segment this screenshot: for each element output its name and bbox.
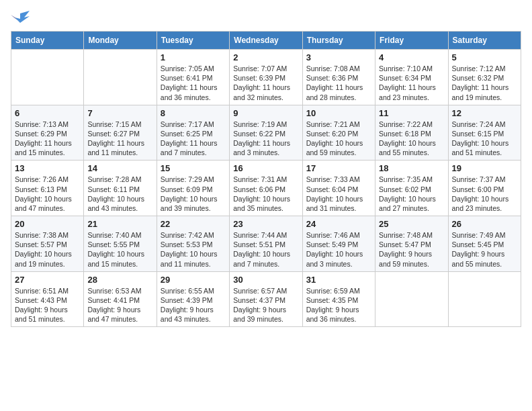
calendar-cell: 21Sunrise: 7:40 AM Sunset: 5:55 PM Dayli… xyxy=(84,216,157,272)
calendar-cell: 17Sunrise: 7:33 AM Sunset: 6:04 PM Dayli… xyxy=(302,161,375,216)
day-detail: Sunrise: 7:49 AM Sunset: 5:45 PM Dayligh… xyxy=(452,230,517,269)
calendar-week-row: 27Sunrise: 6:51 AM Sunset: 4:43 PM Dayli… xyxy=(11,271,521,327)
calendar-cell: 22Sunrise: 7:42 AM Sunset: 5:53 PM Dayli… xyxy=(157,216,229,272)
day-number: 14 xyxy=(87,163,152,173)
calendar-week-row: 6Sunrise: 7:13 AM Sunset: 6:29 PM Daylig… xyxy=(11,105,521,161)
weekday-header-cell: Friday xyxy=(375,32,448,50)
calendar-table: SundayMondayTuesdayWednesdayThursdayFrid… xyxy=(11,31,521,327)
day-detail: Sunrise: 7:31 AM Sunset: 6:06 PM Dayligh… xyxy=(233,175,298,213)
day-detail: Sunrise: 7:29 AM Sunset: 6:09 PM Dayligh… xyxy=(161,175,226,213)
day-detail: Sunrise: 7:21 AM Sunset: 6:20 PM Dayligh… xyxy=(306,120,371,158)
weekday-header-cell: Monday xyxy=(84,32,157,50)
calendar-cell: 3Sunrise: 7:08 AM Sunset: 6:36 PM Daylig… xyxy=(302,50,375,105)
calendar-cell: 11Sunrise: 7:22 AM Sunset: 6:18 PM Dayli… xyxy=(375,105,448,161)
calendar-week-row: 20Sunrise: 7:38 AM Sunset: 5:57 PM Dayli… xyxy=(11,216,521,272)
day-detail: Sunrise: 7:35 AM Sunset: 6:02 PM Dayligh… xyxy=(379,175,444,213)
day-detail: Sunrise: 6:51 AM Sunset: 4:43 PM Dayligh… xyxy=(15,286,80,324)
day-number: 12 xyxy=(452,108,517,118)
calendar-cell xyxy=(375,271,448,327)
day-number: 28 xyxy=(87,275,152,285)
day-number: 21 xyxy=(87,219,152,229)
calendar-week-row: 1Sunrise: 7:05 AM Sunset: 6:41 PM Daylig… xyxy=(11,50,521,105)
calendar-cell: 30Sunrise: 6:57 AM Sunset: 4:37 PM Dayli… xyxy=(230,271,302,327)
day-number: 1 xyxy=(161,52,226,62)
day-detail: Sunrise: 7:13 AM Sunset: 6:29 PM Dayligh… xyxy=(15,120,80,158)
day-detail: Sunrise: 7:40 AM Sunset: 5:55 PM Dayligh… xyxy=(87,230,152,269)
calendar-cell: 6Sunrise: 7:13 AM Sunset: 6:29 PM Daylig… xyxy=(11,105,84,161)
weekday-header-row: SundayMondayTuesdayWednesdayThursdayFrid… xyxy=(11,32,521,50)
day-number: 22 xyxy=(161,219,226,229)
day-detail: Sunrise: 6:53 AM Sunset: 4:41 PM Dayligh… xyxy=(87,286,152,324)
day-detail: Sunrise: 7:38 AM Sunset: 5:57 PM Dayligh… xyxy=(15,230,80,269)
calendar-cell: 12Sunrise: 7:24 AM Sunset: 6:15 PM Dayli… xyxy=(448,105,521,161)
calendar-cell xyxy=(11,50,84,105)
day-detail: Sunrise: 7:37 AM Sunset: 6:00 PM Dayligh… xyxy=(452,175,517,213)
day-detail: Sunrise: 7:15 AM Sunset: 6:27 PM Dayligh… xyxy=(87,120,152,158)
day-detail: Sunrise: 7:12 AM Sunset: 6:32 PM Dayligh… xyxy=(452,64,517,102)
calendar-cell xyxy=(84,50,157,105)
calendar-cell: 27Sunrise: 6:51 AM Sunset: 4:43 PM Dayli… xyxy=(11,271,84,327)
calendar-cell: 31Sunrise: 6:59 AM Sunset: 4:35 PM Dayli… xyxy=(302,271,375,327)
day-number: 19 xyxy=(452,163,517,173)
calendar-cell: 25Sunrise: 7:48 AM Sunset: 5:47 PM Dayli… xyxy=(375,216,448,272)
calendar-cell: 29Sunrise: 6:55 AM Sunset: 4:39 PM Dayli… xyxy=(157,271,229,327)
day-number: 27 xyxy=(15,275,80,285)
day-number: 2 xyxy=(233,52,298,62)
calendar-cell: 1Sunrise: 7:05 AM Sunset: 6:41 PM Daylig… xyxy=(157,50,229,105)
day-detail: Sunrise: 7:08 AM Sunset: 6:36 PM Dayligh… xyxy=(306,64,371,102)
day-detail: Sunrise: 7:05 AM Sunset: 6:41 PM Dayligh… xyxy=(161,64,226,102)
calendar-cell: 23Sunrise: 7:44 AM Sunset: 5:51 PM Dayli… xyxy=(230,216,302,272)
page-header xyxy=(11,11,521,27)
day-number: 25 xyxy=(379,219,444,229)
calendar-cell: 16Sunrise: 7:31 AM Sunset: 6:06 PM Dayli… xyxy=(230,161,302,216)
day-detail: Sunrise: 7:07 AM Sunset: 6:39 PM Dayligh… xyxy=(233,64,298,102)
day-detail: Sunrise: 7:24 AM Sunset: 6:15 PM Dayligh… xyxy=(452,120,517,158)
calendar-cell: 14Sunrise: 7:28 AM Sunset: 6:11 PM Dayli… xyxy=(84,161,157,216)
day-number: 29 xyxy=(161,275,226,285)
day-detail: Sunrise: 7:26 AM Sunset: 6:13 PM Dayligh… xyxy=(15,175,80,213)
day-detail: Sunrise: 7:44 AM Sunset: 5:51 PM Dayligh… xyxy=(233,230,298,269)
day-detail: Sunrise: 6:55 AM Sunset: 4:39 PM Dayligh… xyxy=(161,286,226,324)
calendar-cell: 24Sunrise: 7:46 AM Sunset: 5:49 PM Dayli… xyxy=(302,216,375,272)
weekday-header-cell: Wednesday xyxy=(230,32,302,50)
day-number: 9 xyxy=(233,108,298,118)
svg-marker-0 xyxy=(15,11,30,23)
calendar-cell: 7Sunrise: 7:15 AM Sunset: 6:27 PM Daylig… xyxy=(84,105,157,161)
calendar-cell: 13Sunrise: 7:26 AM Sunset: 6:13 PM Dayli… xyxy=(11,161,84,216)
logo-bird-icon xyxy=(11,11,30,27)
day-number: 26 xyxy=(452,219,517,229)
calendar-cell: 9Sunrise: 7:19 AM Sunset: 6:22 PM Daylig… xyxy=(230,105,302,161)
day-number: 31 xyxy=(306,275,371,285)
calendar-cell: 20Sunrise: 7:38 AM Sunset: 5:57 PM Dayli… xyxy=(11,216,84,272)
calendar-cell: 8Sunrise: 7:17 AM Sunset: 6:25 PM Daylig… xyxy=(157,105,229,161)
day-number: 23 xyxy=(233,219,298,229)
calendar-cell xyxy=(448,271,521,327)
svg-marker-1 xyxy=(11,15,17,20)
day-detail: Sunrise: 7:33 AM Sunset: 6:04 PM Dayligh… xyxy=(306,175,371,213)
weekday-header-cell: Tuesday xyxy=(157,32,229,50)
day-detail: Sunrise: 7:28 AM Sunset: 6:11 PM Dayligh… xyxy=(87,175,152,213)
calendar-cell: 15Sunrise: 7:29 AM Sunset: 6:09 PM Dayli… xyxy=(157,161,229,216)
day-number: 16 xyxy=(233,163,298,173)
day-detail: Sunrise: 6:57 AM Sunset: 4:37 PM Dayligh… xyxy=(233,286,298,324)
calendar-cell: 28Sunrise: 6:53 AM Sunset: 4:41 PM Dayli… xyxy=(84,271,157,327)
calendar-body: 1Sunrise: 7:05 AM Sunset: 6:41 PM Daylig… xyxy=(11,50,521,327)
calendar-week-row: 13Sunrise: 7:26 AM Sunset: 6:13 PM Dayli… xyxy=(11,161,521,216)
day-detail: Sunrise: 7:46 AM Sunset: 5:49 PM Dayligh… xyxy=(306,230,371,269)
day-detail: Sunrise: 7:17 AM Sunset: 6:25 PM Dayligh… xyxy=(161,120,226,158)
day-detail: Sunrise: 7:22 AM Sunset: 6:18 PM Dayligh… xyxy=(379,120,444,158)
day-number: 24 xyxy=(306,219,371,229)
day-number: 30 xyxy=(233,275,298,285)
day-number: 7 xyxy=(87,108,152,118)
day-number: 4 xyxy=(379,52,444,62)
day-number: 8 xyxy=(161,108,226,118)
day-detail: Sunrise: 7:42 AM Sunset: 5:53 PM Dayligh… xyxy=(161,230,226,269)
day-number: 10 xyxy=(306,108,371,118)
day-detail: Sunrise: 7:19 AM Sunset: 6:22 PM Dayligh… xyxy=(233,120,298,158)
day-number: 3 xyxy=(306,52,371,62)
day-number: 15 xyxy=(161,163,226,173)
day-number: 11 xyxy=(379,108,444,118)
day-detail: Sunrise: 7:48 AM Sunset: 5:47 PM Dayligh… xyxy=(379,230,444,269)
day-number: 13 xyxy=(15,163,80,173)
weekday-header-cell: Sunday xyxy=(11,32,84,50)
